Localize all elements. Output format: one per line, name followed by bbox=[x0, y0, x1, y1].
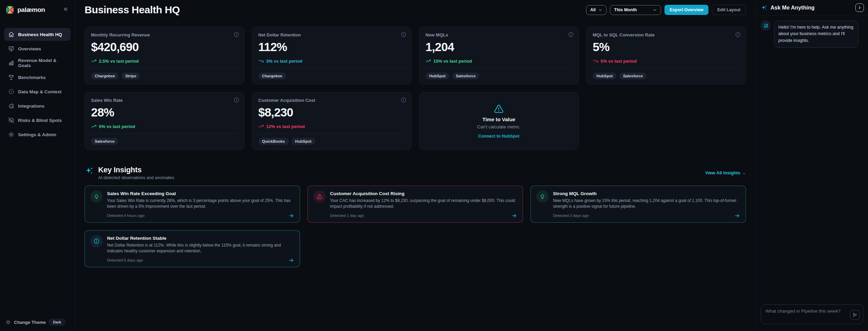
insight-body: New MQLs have grown by 15% this period, … bbox=[553, 198, 740, 210]
divider bbox=[258, 133, 405, 134]
sidebar-collapse-icon[interactable] bbox=[63, 6, 70, 13]
sidebar-item-settings-admin[interactable]: Settings & Admin bbox=[4, 128, 71, 141]
insight-detected-time: Detected 2 days ago bbox=[553, 214, 589, 218]
sidebar-nav: Business Health HQOverviewsRevenue Model… bbox=[0, 28, 75, 141]
bar-chart-icon bbox=[8, 60, 14, 66]
metric-delta: 15% vs last period bbox=[425, 58, 572, 64]
metric-delta: 12% vs last period bbox=[258, 124, 405, 129]
insights-title: Key Insights bbox=[98, 166, 174, 174]
header-controls: All This Month Export Overview Edit Layo… bbox=[586, 5, 746, 15]
alert-triangle-icon bbox=[494, 104, 504, 114]
metric-card-mql-to-sql-conversion-rate: MQL to SQL Conversion Rate5%5% vs last p… bbox=[586, 27, 746, 84]
sidebar-item-data-map-context[interactable]: Data Map & Context bbox=[4, 85, 71, 98]
trend-up-icon bbox=[91, 58, 96, 64]
theme-label: Change Theme bbox=[14, 320, 46, 325]
divider bbox=[593, 68, 740, 68]
insight-title: Strong MQL Growth bbox=[553, 191, 740, 196]
metric-delta: 5% vs last period bbox=[593, 58, 740, 64]
metric-title: Customer Acquisition Cost bbox=[258, 98, 405, 103]
trend-up-icon bbox=[258, 124, 264, 129]
sidebar-item-overviews[interactable]: Overviews bbox=[4, 42, 71, 55]
insight-card-strong-mql-growth[interactable]: Strong MQL GrowthNew MQLs have grown by … bbox=[530, 186, 746, 223]
insights-subtitle: AI-detected observations and anomalies bbox=[98, 175, 174, 180]
info-icon[interactable] bbox=[735, 32, 741, 37]
insight-card-sales-win-rate-exceeding-goal[interactable]: Sales Win Rate Exceeding GoalYour Sales … bbox=[85, 186, 300, 223]
metric-tags: Salesforce bbox=[91, 138, 238, 145]
trend-down-icon bbox=[593, 58, 598, 64]
chat-messages: Hello! I'm here to help. Ask me anything… bbox=[756, 16, 868, 304]
metric-source-tag: Salesforce bbox=[91, 138, 118, 145]
info-icon[interactable] bbox=[234, 97, 239, 103]
sidebar-item-label: Benchmarks bbox=[18, 75, 46, 80]
alert-triangle-icon bbox=[313, 190, 326, 203]
arrow-right-icon[interactable] bbox=[734, 213, 740, 219]
divider bbox=[425, 68, 572, 68]
insight-body: Your CAC has increased by 12% to $8,230,… bbox=[330, 198, 517, 210]
sidebar-item-integrations[interactable]: Integrations bbox=[4, 99, 71, 112]
view-all-insights-link[interactable]: View All Insights → bbox=[705, 170, 746, 175]
error-card-message: Can't calculate metric. bbox=[477, 124, 521, 129]
info-icon[interactable] bbox=[401, 32, 406, 37]
metric-delta-text: 3% vs last period bbox=[266, 59, 302, 64]
metric-source-tag: Stripe bbox=[121, 73, 140, 79]
sidebar-item-label: Business Health HQ bbox=[18, 32, 62, 37]
export-overview-button[interactable]: Export Overview bbox=[664, 5, 708, 15]
theme-value-badge: Dark bbox=[49, 319, 65, 326]
arrow-right-icon[interactable] bbox=[511, 213, 517, 219]
period-filter-select[interactable]: This Month bbox=[610, 5, 661, 15]
sidebar-item-business-health-hq[interactable]: Business Health HQ bbox=[4, 28, 71, 41]
metric-source-tag: HubSpot bbox=[593, 73, 617, 79]
metric-delta: 2.5% vs last period bbox=[91, 58, 238, 64]
insight-detected-time: Detected 4 hours ago bbox=[107, 214, 145, 218]
overviews-icon bbox=[8, 46, 14, 52]
insight-card-customer-acquisition-cost-rising[interactable]: Customer Acquisition Cost RisingYour CAC… bbox=[308, 186, 523, 223]
error-card-title: Time to Value bbox=[482, 116, 515, 122]
insight-title: Customer Acquisition Cost Rising bbox=[330, 191, 517, 196]
chat-input[interactable] bbox=[761, 304, 863, 324]
lightbulb-icon bbox=[536, 190, 549, 203]
sun-icon bbox=[5, 319, 11, 325]
sidebar-item-benchmarks[interactable]: Benchmarks bbox=[4, 71, 71, 84]
main-content: Business Health HQ All This Month Export… bbox=[75, 0, 755, 331]
divider bbox=[91, 133, 238, 134]
metric-delta-text: 15% vs last period bbox=[433, 59, 472, 64]
page-title: Business Health HQ bbox=[85, 4, 180, 16]
sidebar-item-label: Data Map & Context bbox=[18, 89, 62, 94]
metrics-grid: Monthly Recurring Revenue$420,6902.5% vs… bbox=[85, 27, 746, 150]
error-card-time-to-value: Time to Value Can't calculate metric. Co… bbox=[419, 92, 579, 150]
metric-source-tag: Chargebee bbox=[91, 73, 119, 79]
metric-value: 1,204 bbox=[425, 40, 572, 54]
metric-tags: HubSpotSalesforce bbox=[593, 73, 740, 79]
metric-title: Sales Win Rate bbox=[91, 98, 238, 103]
connect-hubspot-link[interactable]: Connect to HubSpot bbox=[478, 134, 520, 139]
edit-layout-button[interactable]: Edit Layout bbox=[712, 5, 746, 15]
send-button[interactable] bbox=[850, 310, 860, 320]
arrow-right-icon[interactable] bbox=[288, 213, 294, 219]
divider bbox=[91, 68, 238, 68]
metric-tags: HubSpotSalesforce bbox=[425, 73, 572, 79]
metric-delta: 5% vs last period bbox=[91, 124, 238, 129]
chat-collapse-button[interactable] bbox=[855, 3, 864, 12]
app-root: palæmon Business Health HQOverviewsReven… bbox=[0, 0, 868, 331]
eye-off-icon bbox=[8, 117, 14, 123]
info-icon bbox=[90, 235, 103, 247]
metric-source-tag: QuickBooks bbox=[258, 138, 289, 145]
metric-tags: Chargebee bbox=[258, 73, 405, 79]
scope-filter-select[interactable]: All bbox=[586, 5, 607, 15]
insight-card-net-dollar-retention-stable[interactable]: Net Dollar Retention StableNet Dollar Re… bbox=[85, 230, 300, 267]
theme-toggle[interactable]: Change Theme Dark bbox=[5, 319, 65, 326]
metric-tags: QuickBooksHubSpot bbox=[258, 138, 405, 145]
info-icon[interactable] bbox=[568, 32, 574, 37]
info-icon[interactable] bbox=[401, 97, 406, 103]
metric-card-monthly-recurring-revenue: Monthly Recurring Revenue$420,6902.5% vs… bbox=[85, 27, 244, 84]
sparkles-icon bbox=[85, 166, 94, 175]
sidebar-item-risks-blind-spots[interactable]: Risks & Blind Spots bbox=[4, 114, 71, 127]
trend-up-icon bbox=[425, 58, 431, 64]
sidebar-item-label: Risks & Blind Spots bbox=[18, 118, 62, 123]
arrow-right-icon[interactable] bbox=[288, 257, 294, 263]
insights-header: Key Insights AI-detected observations an… bbox=[85, 166, 746, 180]
info-icon[interactable] bbox=[234, 32, 239, 37]
sidebar-item-revenue-model-goals[interactable]: Revenue Model & Goals bbox=[4, 57, 71, 69]
send-icon bbox=[852, 312, 857, 317]
logo: palæmon bbox=[0, 0, 75, 18]
